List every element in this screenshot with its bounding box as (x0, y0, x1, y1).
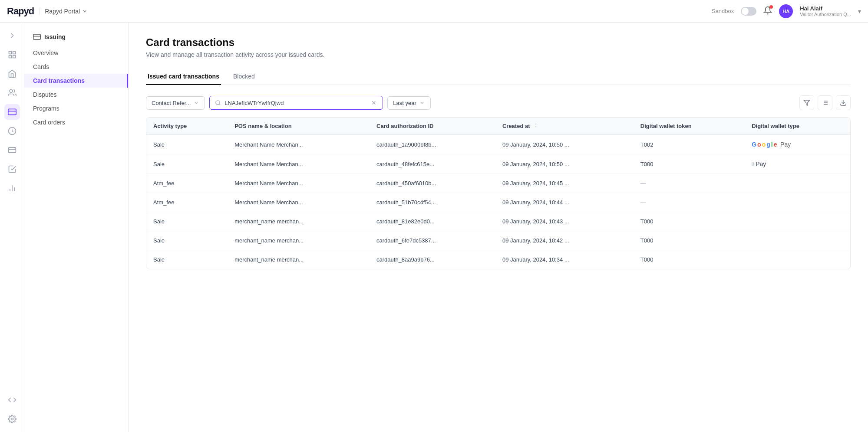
chevron-down-icon (82, 8, 88, 14)
table-row[interactable]: Sale merchant_name merchan... cardauth_8… (146, 212, 850, 231)
cell-digital-wallet-type:  Pay (745, 154, 850, 174)
rapyd-logo: Rapyd (7, 6, 34, 17)
contact-filter-dropdown[interactable]: Contact Refer... (146, 96, 205, 110)
svg-rect-5 (8, 109, 16, 115)
cell-activity-type: Sale (146, 212, 228, 231)
cell-pos-name: merchant_name merchan... (228, 250, 370, 269)
sidebar-item-card-orders[interactable]: Card orders (24, 115, 128, 129)
sidebar-icon-dashboard[interactable] (4, 47, 20, 62)
col-created-at[interactable]: Created at (495, 118, 634, 135)
sort-icon-button[interactable] (818, 95, 832, 110)
svg-point-15 (216, 101, 220, 105)
tabs: Issued card transactions Blocked (146, 69, 851, 85)
col-pos-name: POS name & location (228, 118, 370, 135)
date-filter-dropdown[interactable]: Last year (387, 96, 430, 110)
main-content: Card transactions View and manage all tr… (129, 23, 868, 432)
sidebar-icon-compliance[interactable] (4, 161, 20, 177)
sidebar-icon-developer[interactable] (4, 392, 20, 408)
sidebar-icon-card-orders[interactable] (4, 142, 20, 158)
svg-point-12 (11, 418, 13, 420)
nav-sidebar: Issuing Overview Cards Card transactions… (24, 23, 129, 432)
sidebar-item-disputes[interactable]: Disputes (24, 88, 128, 101)
cell-digital-wallet-token: — (634, 193, 745, 212)
cell-created-at: 09 January, 2024, 10:42 ... (495, 231, 634, 250)
applepay-badge:  Pay (752, 160, 843, 167)
svg-marker-17 (804, 100, 809, 105)
user-info: Hai Alaif Valitor Authorization Q... (800, 5, 851, 17)
cell-digital-wallet-token: T000 (634, 250, 745, 269)
sidebar-icon-settings[interactable] (4, 411, 20, 427)
sidebar-icon-users[interactable] (4, 85, 20, 101)
col-card-auth-id: Card authorization ID (370, 118, 495, 135)
svg-rect-13 (33, 34, 41, 39)
nav-section-title: Issuing (24, 29, 128, 46)
user-org: Valitor Authorization Q... (800, 12, 851, 17)
cell-created-at: 09 January, 2024, 10:50 ... (495, 135, 634, 154)
sidebar-icon-reports[interactable] (4, 180, 20, 196)
tab-issued-card-transactions[interactable]: Issued card transactions (146, 69, 221, 85)
sidebar-item-card-transactions[interactable]: Card transactions (24, 74, 128, 88)
cell-created-at: 09 January, 2024, 10:50 ... (495, 154, 634, 174)
sidebar-item-programs[interactable]: Programs (24, 101, 128, 115)
search-input[interactable] (224, 100, 367, 106)
cell-card-auth-id: cardauth_1a9000bf8b... (370, 135, 495, 154)
sidebar-icon-payouts[interactable] (4, 123, 20, 139)
chevron-down-icon (193, 100, 199, 106)
user-chevron-icon[interactable]: ▾ (858, 8, 861, 15)
portal-selector[interactable]: Rapyd Portal (39, 8, 88, 15)
date-filter-label: Last year (393, 100, 416, 106)
cell-activity-type: Sale (146, 231, 228, 250)
cell-digital-wallet-token: — (634, 174, 745, 193)
cell-card-auth-id: cardauth_450af6010b... (370, 174, 495, 193)
page-subtitle: View and manage all transaction activity… (146, 51, 851, 58)
filters-row: Contact Refer... ✕ Last year (146, 95, 851, 110)
download-icon (840, 99, 847, 106)
tab-blocked[interactable]: Blocked (231, 69, 257, 85)
cell-card-auth-id: cardauth_81e82e0d0... (370, 212, 495, 231)
svg-line-16 (219, 104, 221, 105)
cell-digital-wallet-token: T000 (634, 212, 745, 231)
cell-card-auth-id: cardauth_6fe7dc5387... (370, 231, 495, 250)
icon-sidebar (0, 23, 24, 432)
cell-digital-wallet-type (745, 250, 850, 269)
sidebar-icon-home[interactable] (4, 66, 20, 82)
sidebar-icon-expand[interactable] (4, 28, 20, 43)
sidebar-item-overview[interactable]: Overview (24, 46, 128, 60)
table-row[interactable]: Sale merchant_name merchan... cardauth_6… (146, 231, 850, 250)
col-digital-wallet-token: Digital wallet token (634, 118, 745, 135)
cell-activity-type: Atm_fee (146, 174, 228, 193)
download-icon-button[interactable] (836, 95, 851, 110)
chevron-down-icon (419, 100, 425, 106)
cell-card-auth-id: cardauth_51b70c4f54... (370, 193, 495, 212)
search-icon (215, 100, 221, 106)
table-row[interactable]: Sale Merchant Name Merchan... cardauth_4… (146, 154, 850, 174)
contact-filter-label: Contact Refer... (152, 100, 191, 106)
table-row[interactable]: Atm_fee Merchant Name Merchan... cardaut… (146, 174, 850, 193)
cell-activity-type: Sale (146, 250, 228, 269)
svg-rect-0 (9, 52, 11, 54)
cell-pos-name: Merchant Name Merchan... (228, 193, 370, 212)
cell-pos-name: merchant_name merchan... (228, 231, 370, 250)
sandbox-toggle[interactable] (741, 7, 756, 16)
cell-pos-name: merchant_name merchan... (228, 212, 370, 231)
sidebar-icon-issuing[interactable] (4, 104, 20, 120)
toggle-knob (742, 8, 749, 15)
transactions-table: Activity type POS name & location Card a… (146, 117, 851, 269)
svg-rect-8 (8, 147, 16, 153)
gpay-badge: Google Pay (752, 141, 843, 148)
cell-activity-type: Sale (146, 154, 228, 174)
search-clear-button[interactable]: ✕ (370, 99, 377, 106)
cell-created-at: 09 January, 2024, 10:44 ... (495, 193, 634, 212)
table-row[interactable]: Sale Merchant Name Merchan... cardauth_1… (146, 135, 850, 154)
sandbox-label: Sandbox (712, 8, 734, 14)
notifications-bell[interactable] (763, 6, 772, 16)
table-row[interactable]: Atm_fee Merchant Name Merchan... cardaut… (146, 193, 850, 212)
filter-icon (803, 99, 810, 106)
table-row[interactable]: Sale merchant_name merchan... cardauth_8… (146, 250, 850, 269)
cell-digital-wallet-type (745, 231, 850, 250)
cell-digital-wallet-type (745, 193, 850, 212)
filter-icon-button[interactable] (799, 95, 814, 110)
layout: Issuing Overview Cards Card transactions… (0, 23, 868, 432)
sidebar-item-cards[interactable]: Cards (24, 60, 128, 74)
filter-actions (799, 95, 851, 110)
